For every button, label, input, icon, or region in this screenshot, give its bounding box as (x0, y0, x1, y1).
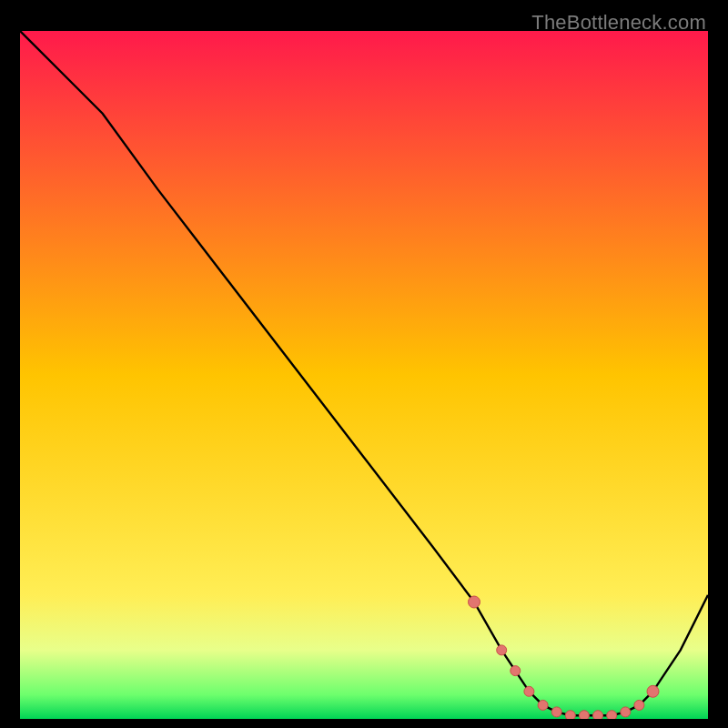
data-marker (524, 686, 534, 696)
data-marker (579, 711, 589, 719)
data-marker (593, 711, 603, 719)
data-marker (538, 700, 548, 710)
data-marker (551, 707, 561, 717)
bottleneck-chart (20, 31, 708, 719)
data-marker (497, 645, 507, 655)
data-marker (511, 666, 521, 676)
chart-frame: TheBottleneck.com (9, 9, 719, 719)
data-marker (469, 596, 480, 608)
data-marker (647, 685, 659, 697)
data-marker (565, 711, 575, 719)
data-marker (607, 711, 617, 719)
data-marker (634, 700, 644, 710)
heat-background (20, 31, 708, 719)
data-marker (621, 707, 631, 717)
